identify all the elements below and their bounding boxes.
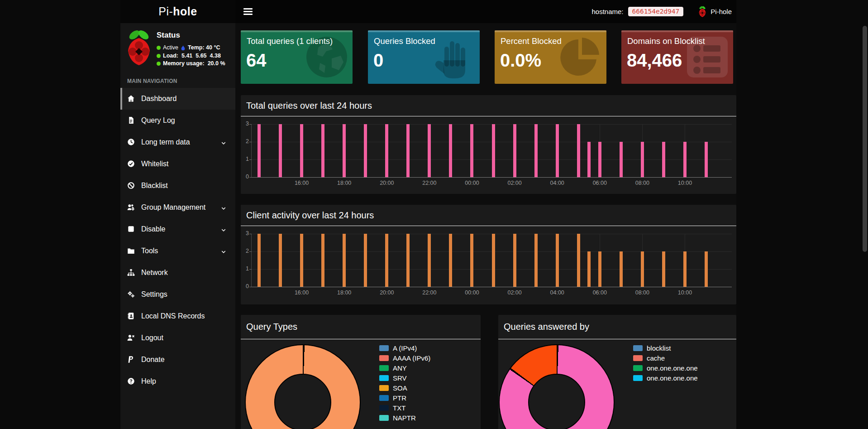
- bar[interactable]: [534, 124, 538, 177]
- sidebar-item-label: Disable: [141, 225, 165, 233]
- chart-title: Queries answered by: [498, 315, 736, 339]
- bar[interactable]: [343, 234, 346, 287]
- legend-swatch: [633, 365, 643, 371]
- sidebar-item-long-term-data[interactable]: Long term data: [120, 131, 235, 153]
- bar[interactable]: [577, 234, 580, 287]
- bar[interactable]: [364, 234, 367, 287]
- status-line-memory: Memory usage: 20.0 %: [157, 60, 225, 68]
- bar[interactable]: [705, 251, 708, 287]
- bar[interactable]: [492, 124, 495, 177]
- file-icon: [127, 116, 135, 125]
- queries-answered-by-box: Queries answered by blocklistcacheone.on…: [498, 315, 736, 429]
- card-accent: [241, 30, 353, 32]
- bar[interactable]: [428, 124, 431, 177]
- sidebar-item-disable[interactable]: Disable: [120, 218, 235, 240]
- bar[interactable]: [449, 124, 452, 177]
- page-scrollbar[interactable]: [863, 26, 867, 252]
- sidebar-item-whitelist[interactable]: Whitelist: [120, 153, 235, 175]
- bar[interactable]: [258, 234, 261, 287]
- bar[interactable]: [513, 234, 516, 287]
- client-activity-bar-chart[interactable]: 012316:0018:0020:0022:0000:0002:0004:000…: [252, 234, 732, 287]
- sidebar-item-help[interactable]: Help: [120, 371, 235, 392]
- sidebar-item-group-management[interactable]: Group Management: [120, 197, 235, 218]
- legend-label: ANY: [393, 365, 407, 371]
- sidebar-menu: DashboardQuery LogLong term dataWhitelis…: [120, 88, 235, 392]
- x-tick-label: 16:00: [295, 180, 309, 186]
- bar[interactable]: [620, 251, 623, 287]
- legend-swatch: [633, 355, 643, 361]
- y-tick-label: 0: [241, 283, 249, 289]
- legend-swatch: [633, 345, 643, 351]
- bar[interactable]: [683, 251, 687, 287]
- sidebar-item-label: Local DNS Records: [141, 312, 205, 320]
- legend-item: NAPTR: [379, 415, 430, 421]
- chart-title: Total queries over last 24 hours: [241, 95, 736, 116]
- bar[interactable]: [577, 124, 580, 177]
- total-queries-chart-box: Total queries over last 24 hours 012316:…: [241, 95, 736, 194]
- legend-swatch: [379, 415, 389, 421]
- brand-label: Pi-hole: [711, 8, 732, 15]
- bar[interactable]: [300, 124, 303, 177]
- sidebar-item-query-log[interactable]: Query Log: [120, 110, 235, 131]
- bar[interactable]: [321, 234, 324, 287]
- bar[interactable]: [705, 142, 708, 177]
- bar[interactable]: [641, 142, 644, 177]
- legend-item: TXT: [379, 405, 430, 411]
- bar[interactable]: [641, 251, 644, 287]
- queries-answered-by-donut-chart[interactable]: [500, 345, 614, 429]
- bar[interactable]: [662, 251, 665, 287]
- donut-hole: [528, 374, 585, 429]
- sidebar-item-network[interactable]: Network: [120, 262, 235, 284]
- legend-label: SRV: [393, 375, 407, 381]
- bar[interactable]: [449, 234, 452, 287]
- pihole-logo[interactable]: Pi-hole: [120, 0, 235, 23]
- bar[interactable]: [279, 124, 282, 177]
- bar[interactable]: [470, 124, 473, 177]
- bar[interactable]: [321, 124, 324, 177]
- bar[interactable]: [556, 124, 559, 177]
- bar[interactable]: [279, 234, 282, 287]
- sidebar-item-settings[interactable]: Settings: [120, 284, 235, 305]
- bar[interactable]: [470, 234, 473, 287]
- legend-swatch: [379, 375, 389, 381]
- sidebar-item-tools[interactable]: Tools: [120, 240, 235, 262]
- bar[interactable]: [620, 142, 623, 177]
- bar[interactable]: [534, 234, 538, 287]
- x-axis-line: [252, 177, 732, 178]
- sidebar-item-local-dns-records[interactable]: Local DNS Records: [120, 305, 235, 327]
- sidebar-item-dashboard[interactable]: Dashboard: [120, 88, 235, 110]
- sidebar-item-donate[interactable]: Donate: [120, 349, 235, 371]
- sidebar-toggle-hamburger-icon[interactable]: [243, 7, 254, 16]
- stop-icon: [127, 225, 135, 233]
- bar[interactable]: [587, 142, 591, 177]
- bar[interactable]: [364, 124, 367, 177]
- bar[interactable]: [385, 124, 388, 177]
- bar[interactable]: [513, 124, 516, 177]
- bar[interactable]: [598, 142, 601, 177]
- status-line-load: Load: 5.41 5.65 4.38: [157, 52, 225, 60]
- bar[interactable]: [492, 234, 495, 287]
- chevron-down-icon: [221, 205, 226, 210]
- addrbook-icon: [127, 312, 135, 320]
- y-tick-label: 1: [241, 156, 249, 162]
- bar[interactable]: [598, 251, 601, 287]
- bar[interactable]: [300, 234, 303, 287]
- bar[interactable]: [683, 142, 687, 177]
- bar[interactable]: [662, 142, 665, 177]
- sidebar-item-blacklist[interactable]: Blacklist: [120, 175, 235, 197]
- legend-item: ANY: [379, 365, 430, 371]
- bar[interactable]: [406, 234, 410, 287]
- total-queries-bar-chart[interactable]: 012316:0018:0020:0022:0000:0002:0004:000…: [252, 124, 732, 177]
- bar[interactable]: [587, 251, 591, 287]
- bar[interactable]: [385, 234, 388, 287]
- bar[interactable]: [556, 234, 559, 287]
- bar[interactable]: [428, 234, 431, 287]
- card-accent: [621, 30, 733, 32]
- bar[interactable]: [343, 124, 346, 177]
- sidebar-item-logout[interactable]: Logout: [120, 327, 235, 349]
- bar[interactable]: [258, 124, 261, 177]
- card-title: Percent Blocked: [501, 36, 562, 46]
- query-types-donut-chart[interactable]: [246, 345, 360, 429]
- chevron-down-icon: [221, 227, 226, 232]
- bar[interactable]: [406, 124, 410, 177]
